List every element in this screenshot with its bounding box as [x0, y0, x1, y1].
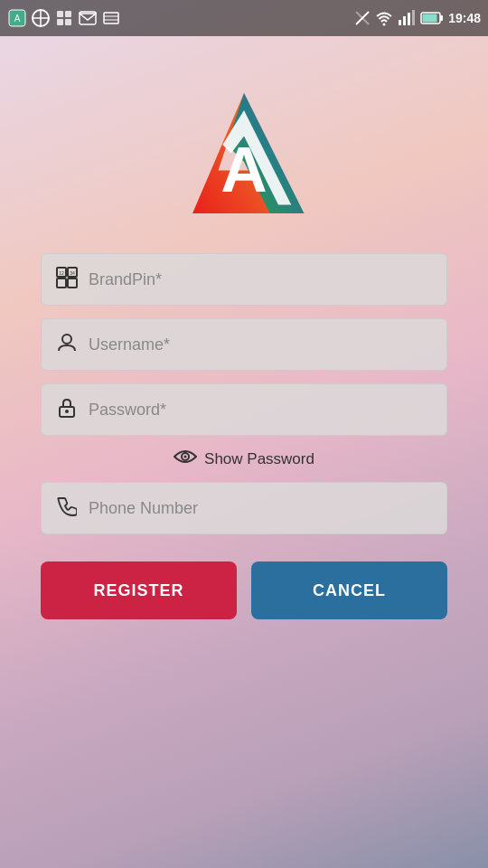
app-icon-5: [101, 8, 121, 28]
svg-rect-7: [57, 19, 63, 25]
svg-rect-30: [57, 278, 66, 288]
svg-rect-5: [57, 11, 63, 17]
svg-rect-18: [403, 16, 406, 25]
phone-field[interactable]: [41, 482, 447, 534]
svg-rect-6: [65, 11, 71, 17]
cancel-button[interactable]: CANCEL: [251, 561, 447, 619]
app-icon-1: A: [7, 8, 27, 28]
eye-icon: [174, 448, 197, 469]
svg-text:12: 12: [59, 270, 64, 276]
brandpin-input[interactable]: [89, 270, 432, 289]
password-input[interactable]: [89, 401, 432, 420]
username-field[interactable]: [41, 318, 447, 371]
app-logo: A: [158, 59, 330, 231]
brandpin-field[interactable]: 12 34: [41, 253, 447, 306]
svg-text:A: A: [221, 133, 267, 205]
svg-rect-22: [440, 15, 443, 21]
cell-signal-icon: [398, 10, 416, 26]
phone-input[interactable]: [89, 499, 432, 518]
svg-point-34: [62, 335, 71, 344]
svg-text:34: 34: [70, 270, 75, 276]
status-time: 19:48: [448, 11, 481, 25]
svg-marker-10: [80, 14, 96, 20]
svg-rect-20: [412, 10, 415, 25]
app-icon-4: [78, 8, 98, 28]
buttons-row: REGISTER CANCEL: [41, 561, 447, 619]
app-icon-2: [31, 8, 51, 28]
register-button[interactable]: REGISTER: [41, 561, 237, 619]
svg-rect-31: [68, 278, 77, 288]
logo-container: A: [154, 54, 334, 235]
svg-rect-17: [399, 20, 401, 25]
svg-rect-23: [423, 14, 437, 23]
status-bar: A: [0, 0, 488, 36]
svg-point-36: [65, 410, 69, 413]
password-field[interactable]: [41, 383, 447, 436]
brandpin-icon: 12 34: [56, 267, 78, 293]
app-icon-3: [54, 8, 74, 28]
svg-point-16: [383, 24, 386, 26]
svg-rect-11: [104, 13, 118, 24]
wifi-icon: [375, 10, 393, 26]
username-icon: [56, 333, 78, 357]
svg-point-38: [184, 456, 187, 458]
battery-icon: [420, 11, 444, 25]
username-input[interactable]: [89, 335, 432, 354]
main-content: A 12 34: [0, 36, 488, 868]
phone-icon: [56, 496, 78, 521]
status-icons-left: A: [7, 8, 121, 28]
show-password-row[interactable]: Show Password: [41, 448, 447, 469]
svg-text:A: A: [14, 14, 21, 24]
show-password-label: Show Password: [204, 450, 314, 468]
status-icons-right: 19:48: [354, 10, 481, 26]
signal-icon: [354, 10, 371, 26]
svg-rect-8: [65, 19, 71, 25]
svg-rect-19: [408, 13, 410, 25]
password-icon: [56, 398, 78, 422]
